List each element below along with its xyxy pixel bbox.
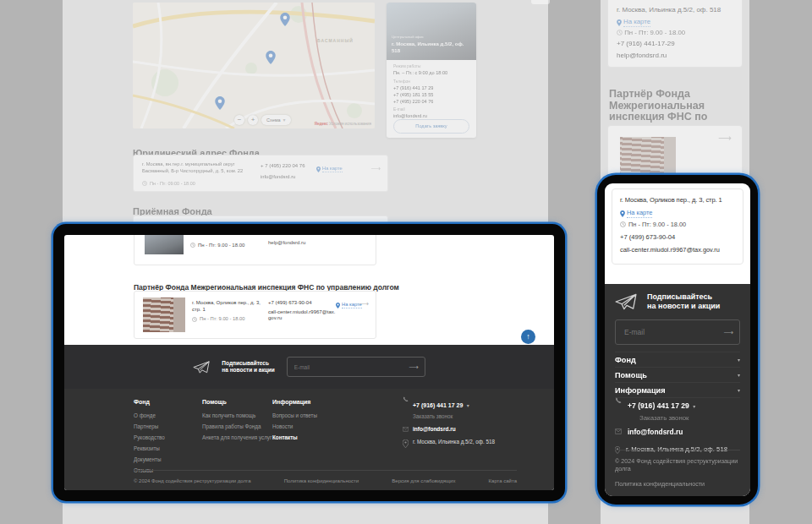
footer-phone-row: +7 (916) 441 17 29 ▾ Заказать звонок: [615, 396, 740, 422]
legal-email[interactable]: info@fondsrd.ru: [261, 174, 295, 179]
footer-link-get-help[interactable]: Как получить помощь: [202, 412, 272, 418]
phone-value[interactable]: +7 (495) 181 15 55: [393, 92, 433, 97]
office-photo-caption: г. Москва, Ильинка д.5/2, оф. 518: [392, 41, 471, 54]
map-pin-icon[interactable]: [280, 13, 290, 26]
footer-phone[interactable]: +7 (916) 441 17 29: [413, 402, 463, 408]
footer-link-rules[interactable]: Правила работы Фонда: [202, 423, 272, 429]
chevron-down-icon[interactable]: ▾: [693, 404, 695, 409]
partner-contact-column: +7 (499) 673-90-04 call-center.miudol.r9…: [268, 300, 336, 322]
partner-address: г. Москва, Орликов пер., д. 3, стр. 1: [192, 300, 263, 313]
map-terms-link[interactable]: Условия использования: [329, 122, 371, 126]
partner-email[interactable]: call-center.miudol.r9967@tax.gov.ru: [268, 309, 336, 322]
footer-email[interactable]: info@fondsrd.ru: [413, 426, 456, 432]
phone-partner-phone[interactable]: +7 (499) 673-90-04: [620, 233, 675, 241]
phone-map-link-text: На карте: [627, 209, 652, 218]
footer-accessibility-link[interactable]: Версия для слабовидящих: [615, 495, 691, 496]
mobile-map-link[interactable]: На карте: [617, 18, 650, 27]
scroll-to-top-button[interactable]: ↑: [521, 330, 535, 344]
chevron-down-icon[interactable]: ▾: [467, 403, 469, 408]
footer-sitemap-link[interactable]: Карта сайта: [489, 478, 517, 483]
arrow-right-icon[interactable]: ⟶: [718, 133, 732, 144]
mobile-office-phone[interactable]: +7 (916) 441-17-29: [617, 40, 675, 47]
map-pin-icon[interactable]: [215, 96, 225, 110]
phone-footer: Подписывайтесь на новости и акции ⟶ Фонд…: [605, 284, 750, 496]
footer-link-documents[interactable]: Документы: [134, 456, 165, 462]
map-zoom-out-button[interactable]: −: [234, 115, 244, 125]
accordion-item-fond[interactable]: Фонд ▾: [615, 352, 740, 368]
tablet-reception-card: Пн - Пт: 9.00 - 18.00 help@fondsrd.ru: [134, 235, 376, 265]
mobile-office-card: г. Москва, Ильинка д.5/2, оф. 518 На кар…: [607, 0, 743, 68]
footer-privacy-link[interactable]: Политика конфиденциальности: [284, 478, 359, 483]
subscribe-bar: Подписывайтесь на новости и акции ⟶: [64, 345, 554, 389]
footer-link-contacts[interactable]: Контакты: [272, 434, 317, 440]
footer-link-partners[interactable]: Партнеры: [134, 423, 165, 429]
footer-link-faq[interactable]: Вопросы и ответы: [272, 412, 317, 418]
pin-icon: [336, 303, 340, 308]
footer-contacts: +7 (916) 441 17 29 ▾ Заказать звонок inf…: [615, 396, 740, 454]
footer-column-help: Помощь Как получить помощь Правила работ…: [202, 399, 272, 445]
footer-accordion: Фонд ▾ Помощь ▾ Информация ▾: [605, 352, 750, 398]
footer-accessibility-link[interactable]: Версия для слабовидящих: [392, 478, 455, 483]
hours-value: Пн. – Пт.: с 9:00 до 18:00: [393, 70, 447, 75]
footer-privacy-link[interactable]: Политика конфиденциальности: [615, 480, 740, 488]
mobile-office-email[interactable]: help@fondsrd.ru: [617, 52, 667, 59]
accordion-item-help[interactable]: Помощь ▾: [615, 368, 740, 383]
phone-device-frame: г. Москва, Орликов пер., д. 3, стр. 1 На…: [597, 175, 758, 505]
phone-value[interactable]: +7 (916) 441 17 29: [393, 85, 433, 90]
arrow-right-icon[interactable]: ⟶: [359, 300, 369, 308]
phone-map-link[interactable]: На карте: [620, 209, 652, 218]
legal-phone[interactable]: + 7 (495) 220 04 76: [261, 163, 305, 168]
footer-link-management[interactable]: Руководство: [134, 434, 165, 440]
map-layer-selector[interactable]: Схема ▾: [261, 115, 291, 125]
subscribe-submit-arrow[interactable]: ⟶: [724, 329, 733, 336]
footer-link-news[interactable]: Новости: [272, 423, 317, 429]
subscribe-email-input[interactable]: [616, 320, 739, 344]
footer-callback-link[interactable]: Заказать звонок: [639, 414, 695, 422]
map-district-label: БАСМАННЫЙ: [317, 38, 354, 43]
pin-icon: [617, 19, 622, 26]
footer-email[interactable]: info@fondsrd.ru: [628, 428, 683, 436]
clock-icon: [620, 221, 626, 227]
footer-callback-link[interactable]: Заказать звонок: [413, 413, 469, 419]
tablet-footer: Подписывайтесь на новости и акции ⟶ Фонд…: [64, 345, 554, 490]
footer-copyright: © 2024 Фонд содействия реструктуризации …: [134, 478, 250, 483]
clock-icon: [617, 30, 623, 35]
footer-contacts: +7 (916) 441 17 29 ▾ Заказать звонок inf…: [403, 396, 517, 455]
footer-link-requisites[interactable]: Реквизиты: [134, 445, 165, 451]
partner-building-photo: [143, 297, 185, 332]
footer-link-about[interactable]: О фонде: [134, 412, 165, 418]
footer-sitemap-link[interactable]: Карта сайта: [706, 495, 740, 496]
apply-request-button[interactable]: Подать заявку: [393, 119, 469, 134]
phone-value[interactable]: +7 (495) 220 04 76: [393, 99, 433, 104]
footer-link-form[interactable]: Анкета для получения услуг: [202, 434, 272, 440]
legal-map-link-text: На карте: [322, 166, 343, 172]
partner-phone[interactable]: +7 (499) 673-90-04: [268, 300, 336, 307]
subscribe-title: Подписывайтесь на новости и акции: [647, 292, 720, 311]
legal-address-card: г. Москва, вн.тер.г. муниципальный округ…: [133, 155, 388, 192]
map-zoom-in-button[interactable]: +: [248, 115, 258, 125]
yandex-logo[interactable]: Яндекс: [315, 122, 328, 126]
footer-bottom-block: © 2024 Фонд содействия реструктуризации …: [615, 450, 740, 496]
footer-phone[interactable]: +7 (916) 441 17 29: [628, 401, 689, 410]
arrow-right-icon[interactable]: ⟶: [371, 165, 381, 172]
yandex-map[interactable]: БАСМАННЫЙ − + Схема ▾ Яндекс Условия исп: [133, 3, 375, 128]
map-pin-icon[interactable]: [266, 51, 276, 64]
reception-email[interactable]: help@fondsrd.ru: [268, 240, 305, 245]
partial-top-element: [531, 0, 550, 4]
phone-screen: г. Москва, Орликов пер., д. 3, стр. 1 На…: [605, 183, 750, 496]
subscribe-email-input[interactable]: [288, 358, 425, 376]
email-value[interactable]: info@fondsrd.ru: [393, 113, 427, 118]
subscribe-title-line2: на новости и акции: [222, 367, 274, 374]
footer-column-title: Фонд: [134, 399, 165, 405]
hours-label: Режим работы: [393, 64, 420, 68]
chevron-down-icon: ▾: [738, 357, 740, 363]
subscribe-block: Подписывайтесь на новости и акции ⟶: [615, 292, 740, 345]
footer-address-row: г. Москва, Ильинка д.5/2, оф. 518: [403, 439, 517, 448]
footer-column-title: Помощь: [202, 399, 272, 405]
footer-bottom-bar: © 2024 Фонд содействия реструктуризации …: [134, 470, 517, 483]
phone-partner-email[interactable]: call-center.miudol.r9967@tax.gov.ru: [620, 246, 720, 254]
subscribe-submit-arrow[interactable]: ⟶: [409, 363, 418, 371]
tablet-screen: Пн - Пт: 9.00 - 18.00 help@fondsrd.ru Па…: [64, 235, 554, 490]
partner-map-link[interactable]: На карте: [336, 302, 362, 308]
legal-map-link[interactable]: На карте: [316, 166, 343, 172]
